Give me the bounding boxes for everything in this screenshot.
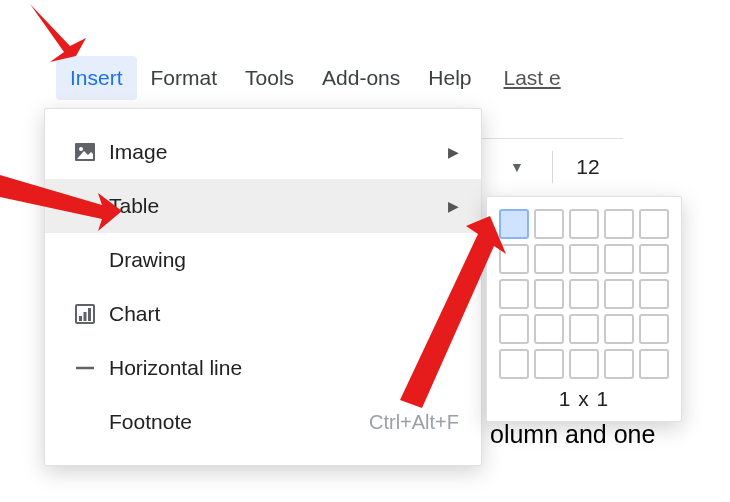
- submenu-caret-icon: ▶: [448, 144, 459, 160]
- dropdown-item-table[interactable]: Table ▶: [45, 179, 481, 233]
- table-size-cell[interactable]: [639, 209, 669, 239]
- menu-tools[interactable]: Tools: [231, 56, 308, 100]
- dropdown-label: Chart: [109, 302, 160, 326]
- table-size-cell[interactable]: [499, 314, 529, 344]
- table-size-cell[interactable]: [569, 244, 599, 274]
- dropdown-item-footnote[interactable]: Footnote Ctrl+Alt+F: [45, 395, 481, 449]
- table-size-cell[interactable]: [604, 209, 634, 239]
- dropdown-item-horizontal-line[interactable]: Horizontal line: [45, 341, 481, 395]
- table-size-cell[interactable]: [639, 279, 669, 309]
- table-size-cell[interactable]: [534, 244, 564, 274]
- table-size-cell[interactable]: [534, 349, 564, 379]
- toolbar-fragment: ▼ 12: [482, 138, 623, 183]
- svg-rect-4: [79, 316, 82, 321]
- table-size-cell[interactable]: [499, 279, 529, 309]
- table-size-cell[interactable]: [604, 279, 634, 309]
- table-size-cell[interactable]: [639, 244, 669, 274]
- submenu-caret-icon: ▶: [448, 198, 459, 214]
- table-size-cell[interactable]: [534, 314, 564, 344]
- document-text-fragment: olumn and one: [490, 420, 655, 449]
- menu-help[interactable]: Help: [414, 56, 485, 100]
- image-icon: [61, 140, 109, 164]
- dropdown-label: Drawing: [109, 248, 186, 272]
- table-size-label: 1 x 1: [499, 387, 669, 411]
- table-size-cell[interactable]: [604, 349, 634, 379]
- menu-addons[interactable]: Add-ons: [308, 56, 414, 100]
- insert-dropdown: Image ▶ Table ▶ Drawing Chart ▶ Horizont…: [44, 108, 482, 466]
- dropdown-label: Footnote: [109, 410, 192, 434]
- font-family-caret[interactable]: ▼: [482, 159, 552, 175]
- table-size-cell[interactable]: [499, 349, 529, 379]
- table-size-cell[interactable]: [639, 314, 669, 344]
- table-size-grid[interactable]: [499, 209, 669, 379]
- dropdown-item-drawing[interactable]: Drawing: [45, 233, 481, 287]
- svg-rect-6: [88, 308, 91, 321]
- table-size-cell[interactable]: [604, 244, 634, 274]
- dropdown-item-image[interactable]: Image ▶: [45, 125, 481, 179]
- menu-bar: Insert Format Tools Add-ons Help Last e: [56, 56, 561, 100]
- table-size-cell[interactable]: [499, 244, 529, 274]
- svg-rect-5: [84, 312, 87, 321]
- svg-point-1: [79, 147, 83, 151]
- table-size-cell[interactable]: [604, 314, 634, 344]
- dropdown-label: Image: [109, 140, 167, 164]
- table-size-cell[interactable]: [569, 314, 599, 344]
- table-size-cell[interactable]: [569, 349, 599, 379]
- dropdown-label: Horizontal line: [109, 356, 242, 380]
- horizontal-line-icon: [61, 356, 109, 380]
- footnote-shortcut: Ctrl+Alt+F: [369, 411, 459, 434]
- table-size-picker: 1 x 1: [486, 196, 682, 422]
- dropdown-item-chart[interactable]: Chart ▶: [45, 287, 481, 341]
- submenu-caret-icon: ▶: [448, 306, 459, 322]
- table-size-cell[interactable]: [499, 209, 529, 239]
- svg-marker-8: [30, 4, 86, 62]
- chart-icon: [61, 302, 109, 326]
- table-size-cell[interactable]: [569, 279, 599, 309]
- menu-insert[interactable]: Insert: [56, 56, 137, 100]
- menu-format[interactable]: Format: [137, 56, 232, 100]
- table-size-cell[interactable]: [639, 349, 669, 379]
- table-size-cell[interactable]: [569, 209, 599, 239]
- dropdown-label: Table: [109, 194, 159, 218]
- font-size-value[interactable]: 12: [553, 155, 623, 179]
- last-edit-link[interactable]: Last e: [504, 66, 561, 90]
- table-size-cell[interactable]: [534, 209, 564, 239]
- table-size-cell[interactable]: [534, 279, 564, 309]
